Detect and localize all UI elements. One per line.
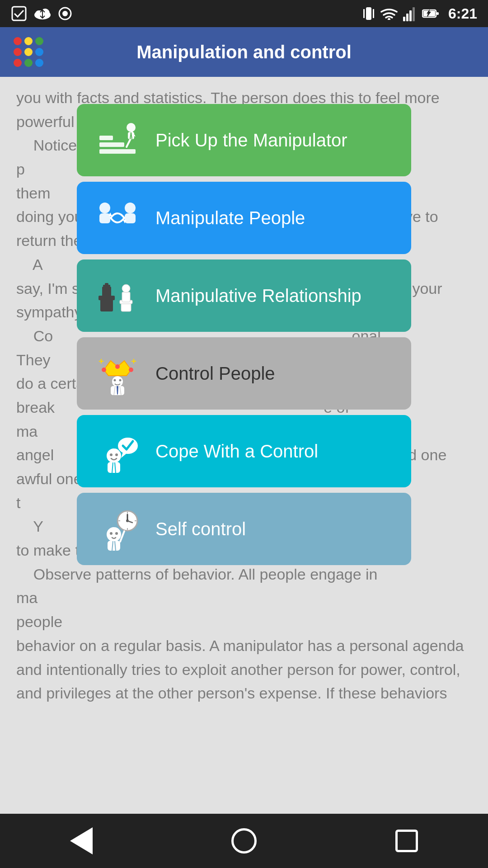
svg-point-63 xyxy=(115,453,118,456)
svg-point-46 xyxy=(129,368,133,372)
svg-rect-7 xyxy=(366,7,371,20)
svg-point-62 xyxy=(110,453,113,456)
logo-dot-9 xyxy=(35,59,43,67)
record-icon xyxy=(58,6,72,21)
svg-rect-41 xyxy=(122,292,130,302)
svg-rect-8 xyxy=(363,9,365,18)
menu-card-manipulative-relationship[interactable]: Manipulative Relationship xyxy=(77,259,411,332)
menu-card-label-pick-up: Pick Up the Manipulator xyxy=(155,130,398,151)
battery-icon xyxy=(422,8,439,19)
clock-person-icon xyxy=(90,502,145,556)
svg-rect-59 xyxy=(108,462,120,473)
app-header: Manipulation and control xyxy=(0,27,488,77)
status-time: 6:21 xyxy=(448,5,477,22)
signal-icon xyxy=(403,6,417,21)
svg-rect-11 xyxy=(403,17,405,21)
svg-point-70 xyxy=(110,532,113,535)
logo-dot-4 xyxy=(14,48,22,56)
recent-square-icon xyxy=(395,830,418,852)
home-circle-icon xyxy=(231,828,257,854)
svg-point-53 xyxy=(119,379,122,382)
stairs-person-icon xyxy=(90,113,145,167)
svg-point-64 xyxy=(118,438,138,454)
cloud-icon xyxy=(33,7,52,20)
menu-card-cope-with-control[interactable]: Cope With a Control xyxy=(77,415,411,487)
svg-rect-14 xyxy=(413,7,415,21)
logo-dot-7 xyxy=(14,59,22,67)
svg-point-30 xyxy=(125,203,136,213)
menu-card-label-self-control: Self control xyxy=(155,519,398,539)
svg-point-71 xyxy=(115,532,118,535)
logo-dot-1 xyxy=(14,37,22,45)
logo-dot-2 xyxy=(24,37,33,45)
svg-rect-20 xyxy=(99,142,124,147)
svg-point-6 xyxy=(62,11,68,16)
svg-rect-38 xyxy=(103,285,110,287)
svg-rect-67 xyxy=(108,541,120,551)
logo-dot-8 xyxy=(24,59,33,67)
menu-card-label-manipulate: Manipulate People xyxy=(155,208,398,228)
check-person-icon xyxy=(90,424,145,478)
chess-pieces-icon xyxy=(90,269,145,323)
status-bar-left-icons xyxy=(11,5,72,22)
svg-point-42 xyxy=(122,284,130,292)
nav-back-button[interactable] xyxy=(63,823,99,859)
svg-rect-9 xyxy=(373,9,374,18)
status-bar: 6:21 xyxy=(0,0,488,27)
menu-card-label-relationship: Manipulative Relationship xyxy=(155,286,398,306)
logo-dot-5 xyxy=(24,48,33,56)
menu-card-manipulate-people[interactable]: Manipulate People xyxy=(77,182,411,254)
menu-card-label-cope: Cope With a Control xyxy=(155,441,398,462)
svg-rect-31 xyxy=(125,213,136,223)
menu-cards-container: Pick Up the Manipulator Manipulate Peopl… xyxy=(77,104,411,565)
svg-point-45 xyxy=(115,364,120,369)
nav-home-button[interactable] xyxy=(226,823,262,859)
app-logo xyxy=(14,37,43,67)
vibrate-icon xyxy=(362,5,375,22)
crown-person-icon xyxy=(90,346,145,401)
svg-point-66 xyxy=(107,527,121,542)
nav-recent-button[interactable] xyxy=(389,823,425,859)
back-triangle-icon xyxy=(70,827,93,854)
app-title: Manipulation and control xyxy=(136,42,352,62)
status-bar-right-icons: 6:21 xyxy=(362,5,477,22)
svg-rect-16 xyxy=(436,12,439,15)
svg-point-24 xyxy=(127,123,136,132)
svg-point-52 xyxy=(114,379,116,382)
logo-dot-6 xyxy=(35,48,43,56)
svg-rect-29 xyxy=(99,213,110,223)
nav-bar xyxy=(0,814,488,868)
svg-rect-0 xyxy=(12,7,26,20)
svg-rect-12 xyxy=(406,14,408,21)
arrows-people-icon xyxy=(90,191,145,245)
svg-rect-21 xyxy=(99,136,113,140)
menu-card-self-control[interactable]: Self control xyxy=(77,493,411,565)
wifi-icon xyxy=(380,7,398,20)
logo-dot-3 xyxy=(35,37,43,45)
svg-point-44 xyxy=(102,368,106,372)
menu-card-label-control: Control People xyxy=(155,363,398,384)
svg-rect-13 xyxy=(409,10,412,21)
menu-card-pick-up-manipulator[interactable]: Pick Up the Manipulator xyxy=(77,104,411,176)
menu-card-control-people[interactable]: Control People xyxy=(77,337,411,410)
svg-point-58 xyxy=(107,448,121,463)
svg-rect-19 xyxy=(99,149,136,154)
checkbox-icon xyxy=(11,5,27,22)
svg-point-28 xyxy=(99,203,110,213)
svg-point-10 xyxy=(388,18,390,20)
